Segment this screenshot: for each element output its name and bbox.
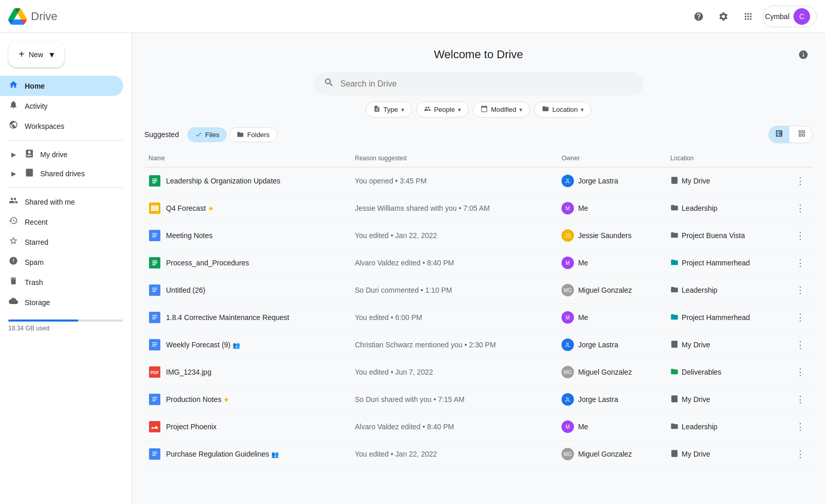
location-filter-icon — [542, 105, 549, 114]
more-options-button[interactable]: ⋮ — [792, 446, 808, 462]
shared-with-me-icon — [8, 196, 19, 208]
content-area: Suggested Files Folders — [132, 126, 825, 468]
table-row[interactable]: Production Notes★ So Duri shared with yo… — [144, 386, 813, 413]
sidebar-item-storage[interactable]: Storage — [0, 292, 123, 312]
svg-text:PDF: PDF — [151, 371, 159, 375]
more-options-button[interactable]: ⋮ — [792, 337, 808, 353]
owner-avatar: M — [562, 421, 574, 433]
sidebar-activity-label: Activity — [25, 102, 47, 110]
apps-icon[interactable] — [738, 6, 758, 27]
sidebar-item-starred[interactable]: Starred — [0, 232, 123, 252]
file-name-cell: PDF IMG_1234.jpg — [148, 366, 346, 378]
file-name: 1.8.4 Corrective Maintenance Request — [166, 313, 289, 322]
table-row[interactable]: Weekly Forecast (9)👥 Christian Schwarz m… — [144, 331, 813, 359]
more-options-button[interactable]: ⋮ — [792, 227, 808, 244]
table-row[interactable]: 1.8.4 Corrective Maintenance Request You… — [144, 304, 813, 331]
filter-people[interactable]: People ▾ — [416, 102, 469, 117]
location-folder-icon — [670, 422, 679, 432]
more-options-button[interactable]: ⋮ — [792, 282, 808, 298]
owner-cell: JS Jessie Saunders — [562, 229, 662, 242]
owner-name: Miguel Gonzalez — [578, 450, 632, 458]
table-row[interactable]: Q4 Forecast★ Jessie Williams shared with… — [144, 195, 813, 222]
table-row[interactable]: Meeting Notes You edited • Jan 22, 2022 … — [144, 222, 813, 249]
more-options-button[interactable]: ⋮ — [792, 173, 808, 189]
sidebar-item-home[interactable]: Home — [0, 76, 123, 96]
more-options-button[interactable]: ⋮ — [792, 391, 808, 408]
new-button[interactable]: + New ▾ — [8, 41, 64, 68]
file-name-cell: Project Phoenix — [148, 421, 346, 433]
location-cell: Leadership — [670, 422, 784, 432]
more-options-button[interactable]: ⋮ — [792, 200, 808, 216]
table-row[interactable]: Purchase Regulation Guidelines👥 You edit… — [144, 441, 813, 468]
modified-chevron-icon: ▾ — [519, 106, 522, 113]
reason-cell: Christian Schwarz mentioned you • 2:30 P… — [351, 331, 557, 359]
support-icon[interactable] — [688, 6, 709, 27]
file-type-icon — [148, 229, 161, 242]
storage-bar-bg — [8, 320, 123, 322]
file-type-icon — [148, 421, 161, 433]
starred-icon — [8, 236, 19, 248]
more-options-button[interactable]: ⋮ — [792, 418, 808, 435]
table-row[interactable]: PDF IMG_1234.jpg You edited • Jun 7, 202… — [144, 359, 813, 386]
location-folder-icon — [670, 285, 679, 295]
sidebar-item-recent[interactable]: Recent — [0, 212, 123, 232]
file-type-icon: PDF — [148, 366, 161, 378]
sidebar-item-workspaces[interactable]: Workspaces — [0, 116, 123, 136]
owner-avatar: MG — [562, 448, 574, 460]
user-chip[interactable]: Cymbal C — [763, 6, 817, 27]
table-row[interactable]: Process_and_Procedures Alvaro Valdez edi… — [144, 249, 813, 277]
table-row[interactable]: Project Phoenix Alvaro Valdez edited • 8… — [144, 413, 813, 441]
table-row[interactable]: Leadership & Organization Updates You op… — [144, 167, 813, 195]
svg-text:JL: JL — [565, 342, 571, 348]
location-cell: My Drive — [670, 176, 784, 186]
people-filter-icon — [424, 105, 431, 114]
grid-view-button[interactable] — [791, 126, 812, 143]
search-input[interactable] — [340, 79, 633, 89]
files-toggle[interactable]: Files — [187, 127, 227, 142]
sidebar-item-activity[interactable]: Activity — [0, 96, 123, 116]
plus-icon: + — [19, 48, 25, 60]
filter-location[interactable]: Location ▾ — [534, 102, 591, 117]
info-button[interactable] — [794, 45, 813, 64]
location-cell: Leadership — [670, 204, 784, 213]
file-type-icon — [148, 393, 161, 406]
file-name: Process_and_Procedures — [166, 259, 249, 267]
storage-used-text: 18.34 GB used — [8, 325, 123, 332]
svg-text:M: M — [566, 424, 570, 430]
search-bar[interactable] — [314, 72, 644, 95]
svg-text:MG: MG — [564, 288, 572, 293]
owner-avatar: JS — [562, 229, 574, 242]
file-name: Q4 Forecast★ — [166, 204, 214, 212]
location-folder-icon — [670, 340, 679, 350]
settings-icon[interactable] — [713, 6, 734, 27]
owner-name: Me — [578, 423, 588, 431]
storage-bar-fill — [8, 320, 78, 322]
toggle-group: Files Folders — [187, 127, 277, 142]
header-actions — [788, 149, 813, 167]
avatar: C — [794, 8, 810, 25]
list-view-button[interactable] — [769, 126, 789, 143]
location-folder-icon — [670, 231, 679, 241]
sidebar-item-my-drive[interactable]: ▶ My drive — [0, 145, 123, 164]
file-type-icon — [148, 339, 161, 351]
owner-cell: JL Jorge Lastra — [562, 393, 662, 406]
location-cell: Project Hammerhead — [670, 313, 784, 323]
reason-cell: You edited • Jan 22, 2022 — [351, 441, 557, 468]
filter-type[interactable]: Type ▾ — [366, 102, 412, 117]
sidebar-item-spam[interactable]: Spam — [0, 252, 123, 272]
sidebar-item-shared-drives[interactable]: ▶ Shared drives — [0, 164, 123, 183]
folders-toggle[interactable]: Folders — [229, 127, 277, 142]
file-name: Purchase Regulation Guidelines👥 — [166, 450, 279, 458]
table-row[interactable]: Untitled (26) So Duri commented • 1:10 P… — [144, 277, 813, 304]
more-options-button[interactable]: ⋮ — [792, 309, 808, 326]
owner-cell: M Me — [562, 202, 662, 214]
sidebar-item-trash[interactable]: Trash — [0, 272, 123, 292]
filter-modified[interactable]: Modified ▾ — [473, 102, 530, 117]
drive-logo-icon — [8, 7, 27, 26]
more-options-button[interactable]: ⋮ — [792, 364, 808, 380]
file-table: Name Reason suggested Owner Location Lea… — [144, 149, 813, 468]
storage-info: 18.34 GB used — [0, 312, 131, 336]
more-options-button[interactable]: ⋮ — [792, 255, 808, 271]
header-reason: Reason suggested — [351, 149, 557, 167]
sidebar-item-shared-with-me[interactable]: Shared with me — [0, 192, 123, 212]
